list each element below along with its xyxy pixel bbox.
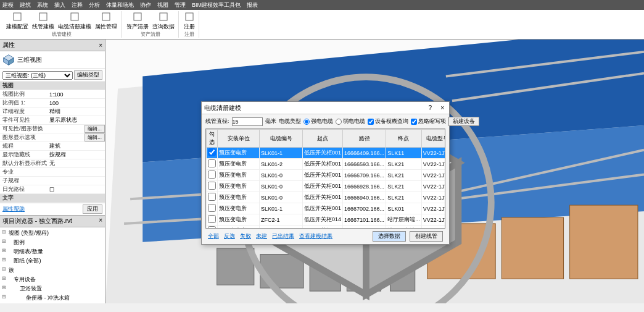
- prop-显示隐藏线[interactable]: 显示隐藏线按规程: [0, 151, 105, 159]
- svg-rect-4: [134, 13, 141, 20]
- cable-type-label: 电缆类型: [279, 117, 301, 125]
- menu-体量和场地[interactable]: 体量和场地: [106, 1, 134, 9]
- menu-建模[interactable]: 建模: [2, 1, 14, 9]
- table-row[interactable]: 预压变电所ZFC2-1低压开关柜01416667101.166...站厅层南端.…: [207, 214, 446, 226]
- prop-子规程[interactable]: 子规程: [0, 177, 105, 185]
- ribbon-建模配置[interactable]: 建模配置: [6, 12, 28, 31]
- prop-日光路径[interactable]: 日光路径☐: [0, 185, 105, 194]
- left-palette: 属性 × 三维视图 三维视图: (三维) 编辑类型 视图视图比例1:100比例值…: [0, 40, 105, 303]
- properties-view-header: 三维视图: [0, 51, 105, 69]
- menu-报表[interactable]: 报表: [247, 1, 258, 9]
- tree-node[interactable]: 明细表/数量: [1, 247, 104, 256]
- prop-专业[interactable]: 专业: [0, 168, 105, 177]
- prop-视图比例[interactable]: 视图比例1:100: [0, 90, 105, 99]
- ribbon-资产清册[interactable]: 资产清册: [126, 12, 149, 31]
- dialog-links: 全部反选失败未建已出结果查看建模结果: [208, 232, 332, 240]
- menu-系统[interactable]: 系统: [37, 1, 48, 9]
- svg-rect-5: [160, 13, 167, 20]
- table-row[interactable]: 预压变电所SLK01-1低压开关柜00116667002.166...SLK01…: [207, 203, 446, 214]
- menu-建筑[interactable]: 建筑: [20, 1, 31, 9]
- prop-详细程度[interactable]: 详细程度精细: [0, 108, 105, 116]
- ribbon-查询数据[interactable]: 查询数据: [152, 12, 175, 31]
- svg-rect-2: [71, 13, 78, 20]
- link-查看建模结果[interactable]: 查看建模结果: [299, 232, 332, 240]
- prop-比例值 1:[interactable]: 比例值 1:100: [0, 99, 105, 108]
- dialog-title: 电缆清册建模: [204, 104, 241, 112]
- chk-device-fuzzy[interactable]: 设备模糊查询: [368, 117, 408, 125]
- link-全部[interactable]: 全部: [208, 232, 219, 240]
- new-device-button[interactable]: 新建设备: [448, 117, 479, 126]
- radio-power[interactable]: 强电电缆: [303, 117, 333, 125]
- pipe-diameter-input[interactable]: [232, 117, 263, 126]
- close-icon[interactable]: ×: [99, 217, 102, 226]
- link-已出结果[interactable]: 已出结果: [272, 232, 294, 240]
- properties-title: 属性 ×: [0, 40, 105, 51]
- properties-title-text: 属性: [2, 41, 15, 49]
- edit-type-button[interactable]: 编辑类型: [74, 70, 102, 80]
- apply-button[interactable]: 应用: [83, 204, 102, 214]
- cube-icon: [2, 54, 15, 66]
- svg-rect-6: [186, 13, 193, 20]
- properties-grid: 视图视图比例1:100比例值 1:100详细程度精细零件可见性显示原状态可见性/…: [0, 82, 105, 203]
- menubar: 建模建筑系统插入注释分析体量和场地协作视图管理BIM建模效率工具包报表: [0, 0, 644, 10]
- menu-BIM建模效率工具包[interactable]: BIM建模效率工具包: [192, 1, 241, 9]
- table-row[interactable]: 预压变电所SLK01-0低压开关柜00116666940.166...SLK21…: [207, 192, 446, 203]
- view-name: 三维视图: [17, 56, 42, 64]
- menu-协作[interactable]: 协作: [140, 1, 151, 9]
- pipe-diameter-label: 线管直径:: [205, 117, 229, 125]
- tree-node[interactable]: 坐便器 - 冲洗水箱: [1, 293, 104, 303]
- select-data-button[interactable]: 选择数据: [373, 231, 406, 242]
- prop-规程[interactable]: 规程建筑: [0, 142, 105, 151]
- ribbon: 建模配置线管建模电缆清册建模属性管理线管建模资产清册查询数据资产清册注册注册: [0, 10, 644, 40]
- table-row[interactable]: 预压变电所SLK01-1低压开关柜00116666409.166...SLK11…: [207, 148, 446, 159]
- svg-rect-1: [39, 13, 47, 20]
- project-browser-title: 项目浏览器 - 独立西路.rvt ×: [0, 215, 105, 227]
- help-icon[interactable]: ?: [426, 104, 435, 111]
- properties-help-link[interactable]: 属性帮助: [2, 205, 25, 213]
- tree-node[interactable]: 视图 (类型/规程): [1, 229, 104, 238]
- unit-label: 毫米: [265, 117, 276, 125]
- table-header: 勾选安装单位电缆编号起点路径终点电缆型号规格: [207, 130, 446, 148]
- tree-node[interactable]: 图纸 (全部): [1, 256, 104, 266]
- prop-可见性/图形替换[interactable]: 可见性/图形替换编辑...: [0, 125, 105, 133]
- cable-dialog: 电缆清册建模 ? × 线管直径: 毫米 电缆类型 强电电缆 弱电电缆 设备模糊查…: [201, 101, 450, 245]
- tree-node[interactable]: 族: [1, 266, 104, 275]
- close-icon[interactable]: ×: [99, 42, 102, 49]
- tree-node[interactable]: 图例: [1, 238, 104, 247]
- menu-视图[interactable]: 视图: [157, 1, 168, 9]
- prop-默认分析显示样式[interactable]: 默认分析显示样式无: [0, 159, 105, 168]
- cable-table[interactable]: 勾选安装单位电缆编号起点路径终点电缆型号规格预压变电所SLK01-1低压开关柜0…: [205, 129, 445, 229]
- close-icon[interactable]: ×: [438, 104, 447, 111]
- ribbon-电缆清册建模[interactable]: 电缆清册建模: [58, 12, 91, 31]
- create-pipe-button[interactable]: 创建线管: [410, 231, 443, 242]
- table-row[interactable]: 预压变电所SLK01-0低压开关柜00116666928.166...SLK21…: [207, 181, 446, 192]
- svg-rect-3: [102, 13, 110, 20]
- ribbon-线管建模[interactable]: 线管建模: [32, 12, 54, 31]
- menu-分析[interactable]: 分析: [89, 1, 100, 9]
- tree-node[interactable]: 专用设备: [1, 275, 104, 284]
- tree-node[interactable]: 卫浴装置: [1, 284, 104, 293]
- dialog-titlebar[interactable]: 电缆清册建模 ? ×: [202, 102, 449, 114]
- prop-零件可见性[interactable]: 零件可见性显示原状态: [0, 116, 105, 125]
- type-selector[interactable]: 三维视图: (三维): [2, 71, 73, 80]
- svg-rect-0: [14, 13, 21, 20]
- tree-node[interactable]: 小便器 - 自闭式冲洗阀 - 壁挂式: [1, 303, 104, 303]
- link-未建[interactable]: 未建: [256, 232, 267, 240]
- link-反选[interactable]: 反选: [224, 232, 235, 240]
- menu-插入[interactable]: 插入: [54, 1, 65, 9]
- menu-注释[interactable]: 注释: [72, 1, 83, 9]
- ribbon-属性管理[interactable]: 属性管理: [95, 12, 117, 31]
- radio-weak[interactable]: 弱电电缆: [336, 117, 365, 125]
- link-失败[interactable]: 失败: [240, 232, 251, 240]
- chk-ignore-abbr[interactable]: 忽略缩写项: [411, 117, 446, 125]
- ribbon-注册[interactable]: 注册: [184, 12, 195, 31]
- menu-管理[interactable]: 管理: [175, 1, 186, 9]
- project-browser-tree: 视图 (类型/规程)图例明细表/数量图纸 (全部)族专用设备卫浴装置坐便器 - …: [0, 227, 105, 303]
- prop-图形显示选项[interactable]: 图形显示选项编辑...: [0, 133, 105, 142]
- table-row[interactable]: 预压变电所SLK01-2低压开关柜00116666593.166...SLK21…: [207, 159, 446, 170]
- table-row[interactable]: 预压变电所SLK01-0低压开关柜00116666709.166...SLK21…: [207, 170, 446, 181]
